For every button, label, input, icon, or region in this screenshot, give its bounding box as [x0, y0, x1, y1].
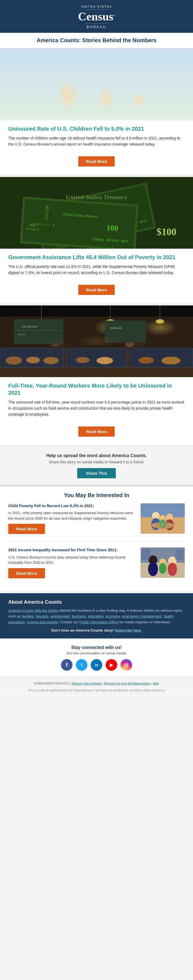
- interested-2-body: U.S. Census Bureau's income data release…: [8, 555, 136, 565]
- about-section: About America Counts America Counts tell…: [0, 593, 193, 640]
- newsletter-title: America Counts: Stories Behind the Numbe…: [5, 37, 188, 43]
- svg-point-44: [5, 356, 22, 365]
- article-2: United States Treasury 100 LF 26650022 F…: [0, 177, 193, 305]
- svg-point-60: [50, 333, 60, 347]
- svg-point-53: [25, 319, 58, 336]
- twitter-icon[interactable]: t: [76, 659, 88, 671]
- svg-rect-2: [0, 98, 193, 120]
- article-2-read-more-button[interactable]: Read More: [78, 285, 115, 295]
- svg-rect-42: [66, 348, 127, 368]
- header-bureau: Bureau: [5, 25, 188, 29]
- svg-point-12: [124, 71, 134, 81]
- article-3-title: Full-Time, Year-Round Workers More Likel…: [8, 382, 185, 396]
- about-subscribe: Don't miss an America Counts story! Subs…: [8, 628, 185, 632]
- svg-point-61: [51, 329, 59, 336]
- interested-1-title: Child Poverty Fell to Record Low 5.2% in…: [8, 503, 136, 509]
- svg-point-13: [123, 81, 136, 98]
- facebook-icon[interactable]: f: [61, 659, 72, 671]
- article-1-body: The number of children under age 19 with…: [8, 135, 185, 148]
- svg-rect-97: [175, 550, 183, 560]
- article-1-read-more-wrapper: Read More: [0, 156, 193, 167]
- svg-point-15: [136, 83, 145, 98]
- svg-rect-63: [57, 339, 59, 345]
- svg-point-8: [64, 73, 80, 95]
- article-3-read-more-button[interactable]: Read More: [78, 426, 115, 437]
- share-button[interactable]: Share This: [77, 468, 116, 478]
- header: United States Census® Bureau: [0, 0, 193, 33]
- linkedin-icon[interactable]: in: [91, 659, 102, 671]
- svg-text:fresh daily: fresh daily: [110, 326, 122, 329]
- manage-subscriptions-link[interactable]: Manage Subscriptions: [72, 682, 102, 685]
- article-1-read-more-button[interactable]: Read More: [78, 156, 115, 167]
- svg-point-55: [106, 319, 115, 324]
- svg-point-50: [161, 357, 180, 364]
- remove-subscriptions-link[interactable]: Remove me from All Subscriptions: [104, 682, 150, 685]
- svg-rect-41: [0, 348, 64, 368]
- footer-legal: This is an official email from the U.S. …: [8, 688, 185, 692]
- interested-section: You May Be Interested In Child Poverty F…: [0, 487, 193, 593]
- svg-text:100: 100: [106, 223, 118, 232]
- article-2-svg: United States Treasury 100 LF 26650022 F…: [0, 177, 193, 249]
- svg-point-17: [148, 86, 155, 94]
- about-body: America Counts tells the stories behind …: [8, 608, 185, 625]
- svg-rect-18: [49, 97, 99, 101]
- social-subtitle: Join the conversation on social media.: [8, 651, 185, 655]
- svg-rect-84: [161, 523, 163, 526]
- svg-point-58: [156, 319, 164, 324]
- interested-2-title: 2021 Income Inequality Increased for Fir…: [8, 547, 136, 553]
- share-subtitle: Share this story on social media or forw…: [8, 460, 185, 464]
- article-3-body: The uninsured rate of full-time, year-ro…: [8, 399, 185, 418]
- article-2-body: The U.S. official poverty rate was 11.6%…: [8, 264, 185, 276]
- article-1-svg: [0, 49, 193, 120]
- interested-2-svg: [140, 547, 185, 578]
- svg-point-48: [97, 357, 113, 364]
- svg-point-9: [65, 67, 78, 80]
- article-2-title: Government Assistance Lifts 45.4 Million…: [8, 254, 185, 261]
- article-1: Uninsured Rate of U.S. Children Fell to …: [0, 49, 193, 177]
- interested-1-text: Child Poverty Fell to Record Low 5.2% in…: [8, 503, 136, 537]
- svg-point-16: [100, 87, 109, 95]
- svg-rect-86: [170, 523, 172, 526]
- svg-rect-83: [156, 523, 159, 526]
- article-1-content: Uninsured Rate of U.S. Children Fell to …: [0, 120, 193, 155]
- svg-rect-62: [51, 339, 53, 345]
- social-icons-group: f t in ▶ ◎: [8, 659, 185, 671]
- svg-point-64: [124, 334, 134, 348]
- article-3-read-more-wrapper: Read More: [0, 426, 193, 437]
- footer-subscriber-services: SUBSCRIBER SERVICES: Manage Subscription…: [8, 681, 185, 686]
- about-title: About America Counts: [8, 599, 185, 605]
- footer: SUBSCRIBER SERVICES: Manage Subscription…: [0, 677, 193, 696]
- svg-point-56: [94, 319, 127, 336]
- svg-point-47: [76, 357, 89, 363]
- svg-rect-0: [0, 49, 193, 120]
- youtube-icon[interactable]: ▶: [105, 659, 117, 671]
- interested-item-2: 2021 Income Inequality Increased for Fir…: [8, 547, 185, 585]
- svg-point-95: [159, 563, 166, 574]
- svg-rect-40: [0, 348, 193, 377]
- article-2-read-more-wrapper: Read More: [0, 285, 193, 295]
- svg-point-10: [110, 69, 121, 80]
- interested-1-btn-wrapper: Read More: [8, 524, 136, 534]
- interested-2-text: 2021 Income Inequality Increased for Fir…: [8, 547, 136, 581]
- svg-rect-96: [142, 549, 150, 560]
- social-section: Stay connected with us! Join the convers…: [0, 640, 193, 677]
- interested-1-body: In 2021, child poverty rates measured by…: [8, 510, 136, 521]
- article-3-image: Our Mission the best fresh daily: [0, 305, 193, 377]
- svg-rect-82: [152, 523, 155, 526]
- svg-text:Pay to: Pay to: [29, 224, 36, 227]
- svg-point-46: [43, 357, 59, 364]
- interested-section-title: You May Be Interested In: [8, 492, 185, 498]
- instagram-icon[interactable]: ◎: [121, 659, 132, 671]
- svg-rect-66: [14, 319, 64, 344]
- interested-1-read-more-button[interactable]: Read More: [8, 524, 45, 534]
- interested-1-image: [140, 503, 185, 534]
- help-link[interactable]: Help: [153, 682, 159, 685]
- svg-point-49: [139, 357, 154, 364]
- interested-2-btn-wrapper: Read More: [8, 568, 136, 578]
- svg-rect-3: [8, 54, 36, 90]
- svg-rect-1: [0, 49, 193, 98]
- svg-point-14: [137, 75, 145, 83]
- interested-2-read-more-button[interactable]: Read More: [8, 568, 45, 578]
- article-3-content: Full-Time, Year-Round Workers More Likel…: [0, 377, 193, 425]
- subscriber-label: SUBSCRIBER SERVICES:: [34, 682, 70, 685]
